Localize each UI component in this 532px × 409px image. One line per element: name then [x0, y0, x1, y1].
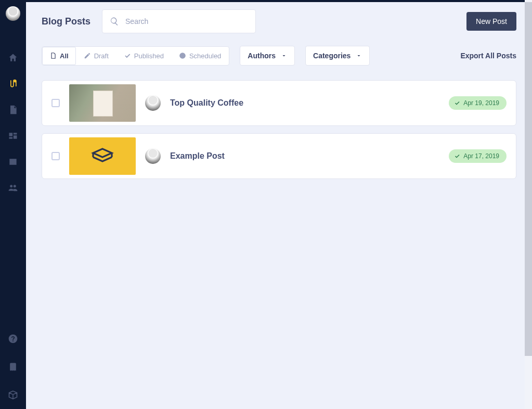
post-checkbox[interactable] — [51, 152, 60, 160]
scrollbar-thumb[interactable] — [525, 2, 532, 356]
filter-published[interactable]: Published — [116, 47, 172, 65]
svg-point-0 — [14, 80, 17, 83]
post-date: Apr 19, 2019 — [463, 99, 499, 107]
search-input[interactable] — [125, 17, 248, 25]
sidebar — [0, 0, 26, 409]
post-status-badge: Apr 17, 2019 — [449, 149, 507, 163]
check-icon — [454, 100, 460, 106]
check-icon — [454, 153, 460, 159]
help-icon[interactable] — [7, 333, 19, 344]
post-title[interactable]: Example Post — [170, 151, 225, 161]
book-icon[interactable] — [7, 361, 19, 373]
pages-icon[interactable] — [7, 104, 19, 116]
export-all-posts[interactable]: Export All Posts — [460, 52, 516, 60]
users-icon[interactable] — [7, 182, 19, 194]
filter-scheduled-label: Scheduled — [189, 52, 221, 60]
filter-all[interactable]: All — [42, 47, 76, 65]
filter-all-label: All — [60, 52, 69, 60]
filter-published-label: Published — [134, 52, 164, 60]
filter-scheduled[interactable]: Scheduled — [172, 47, 229, 65]
filter-group: All Draft Published Scheduled — [42, 46, 229, 66]
user-avatar[interactable] — [6, 6, 20, 21]
search-box[interactable] — [102, 9, 256, 33]
post-checkbox[interactable] — [51, 99, 60, 107]
post-row[interactable]: Top Quality Coffee Apr 19, 2019 — [42, 80, 516, 126]
file-icon — [49, 52, 57, 59]
blog-icon[interactable] — [7, 78, 19, 90]
post-author-avatar[interactable] — [145, 148, 161, 164]
page-title: Blog Posts — [42, 16, 90, 27]
post-author-avatar[interactable] — [145, 95, 161, 111]
search-icon — [110, 17, 119, 26]
authors-label: Authors — [248, 52, 276, 60]
main-content: Blog Posts New Post All Draft Published … — [26, 0, 532, 409]
home-icon[interactable] — [7, 52, 19, 63]
clock-icon — [179, 52, 186, 59]
sidebar-nav-bottom — [7, 333, 19, 401]
chevron-down-icon — [356, 53, 362, 59]
post-date: Apr 17, 2019 — [463, 152, 499, 160]
filter-draft[interactable]: Draft — [76, 47, 116, 65]
chevron-down-icon — [281, 53, 287, 59]
image-placeholder-icon — [90, 144, 115, 169]
filter-draft-label: Draft — [94, 52, 109, 60]
post-status-badge: Apr 19, 2019 — [449, 96, 507, 110]
pencil-icon — [84, 52, 91, 59]
sidebar-nav-top — [7, 52, 19, 194]
categories-dropdown[interactable]: Categories — [305, 46, 370, 66]
post-thumbnail[interactable] — [69, 137, 136, 175]
post-title[interactable]: Top Quality Coffee — [170, 98, 243, 108]
authors-dropdown[interactable]: Authors — [240, 46, 295, 66]
posts-list: Top Quality Coffee Apr 19, 2019 Example … — [26, 80, 532, 179]
new-post-button[interactable]: New Post — [466, 12, 516, 31]
header: Blog Posts New Post — [26, 2, 532, 46]
post-row[interactable]: Example Post Apr 17, 2019 — [42, 133, 516, 179]
toolbar: All Draft Published Scheduled Authors Ca… — [26, 46, 532, 80]
categories-label: Categories — [313, 52, 351, 60]
post-thumbnail[interactable] — [69, 84, 136, 122]
media-icon[interactable] — [7, 156, 19, 168]
check-icon — [124, 52, 131, 59]
box-icon[interactable] — [7, 389, 19, 401]
items-icon[interactable] — [7, 130, 19, 142]
